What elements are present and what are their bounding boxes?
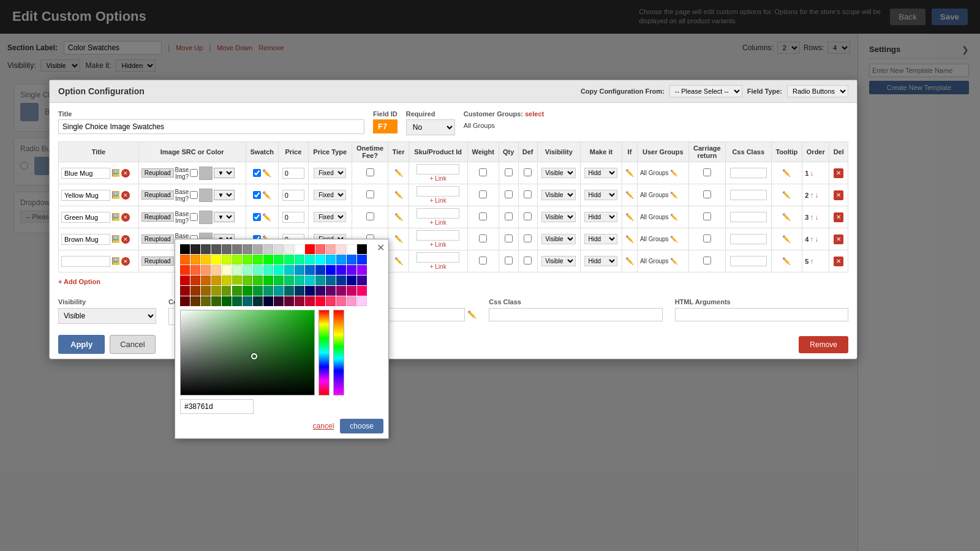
delete-row-button[interactable]: ✕: [834, 190, 843, 200]
color-cell[interactable]: [222, 265, 232, 275]
color-cell[interactable]: [222, 255, 232, 264]
user-groups-edit-icon[interactable]: ✏️: [670, 214, 677, 220]
title-remove-icon[interactable]: ✕: [121, 213, 130, 222]
color-cell[interactable]: [232, 296, 242, 306]
swatch-checkbox[interactable]: [253, 169, 261, 177]
color-cell[interactable]: [347, 255, 356, 264]
img-type-select[interactable]: ▼: [214, 212, 235, 222]
qty-checkbox[interactable]: [505, 190, 513, 198]
row-visibility-select[interactable]: VisibleHidden: [541, 168, 576, 178]
color-cell[interactable]: [190, 244, 200, 254]
color-cell[interactable]: [284, 265, 294, 275]
color-cell[interactable]: [284, 286, 294, 296]
sku-link[interactable]: + Link: [430, 197, 447, 204]
delete-row-button[interactable]: ✕: [834, 168, 843, 178]
weight-checkbox[interactable]: [479, 234, 487, 242]
color-cell[interactable]: [201, 265, 211, 275]
color-gradient-box[interactable]: [180, 310, 315, 395]
weight-checkbox[interactable]: [479, 257, 487, 264]
swatch-edit-icon[interactable]: ✏️: [262, 213, 271, 222]
qty-checkbox[interactable]: [505, 168, 513, 176]
title-edit-icon[interactable]: 🖼️: [111, 191, 120, 199]
color-cell[interactable]: [315, 276, 325, 285]
user-groups-edit-icon[interactable]: ✏️: [670, 192, 677, 198]
sku-link[interactable]: + Link: [430, 263, 447, 270]
color-cell[interactable]: [274, 244, 284, 254]
copy-from-select[interactable]: -- Please Select --: [669, 85, 742, 97]
if-edit-icon[interactable]: ✏️: [625, 191, 634, 198]
color-cell[interactable]: [357, 244, 367, 254]
color-cell[interactable]: [180, 255, 190, 264]
color-picker-cancel-button[interactable]: cancel: [313, 419, 334, 433]
color-cell[interactable]: [347, 286, 356, 296]
weight-checkbox[interactable]: [479, 212, 487, 220]
price-type-select[interactable]: Fixed%: [314, 168, 346, 178]
row-visibility-select[interactable]: VisibleHidden: [541, 212, 576, 222]
def-checkbox[interactable]: [524, 212, 532, 220]
row-visibility-select[interactable]: VisibleHidden: [541, 234, 576, 244]
order-up-button[interactable]: ↑: [810, 191, 813, 200]
color-cell[interactable]: [211, 255, 221, 264]
color-cell[interactable]: [315, 244, 325, 254]
carriage-return-checkbox[interactable]: [703, 212, 711, 220]
onetime-fee-checkbox[interactable]: [366, 212, 374, 220]
css-class-row-input[interactable]: [730, 234, 767, 244]
color-grid[interactable]: [180, 244, 383, 306]
title-remove-icon[interactable]: ✕: [121, 257, 130, 266]
color-cell[interactable]: [201, 296, 211, 306]
color-cell[interactable]: [295, 265, 304, 275]
color-cell[interactable]: [326, 296, 336, 306]
color-cell[interactable]: [243, 276, 252, 285]
color-cell[interactable]: [263, 265, 273, 275]
if-edit-icon[interactable]: ✏️: [625, 235, 634, 242]
title-edit-icon[interactable]: 🖼️: [111, 169, 120, 177]
user-groups-edit-icon[interactable]: ✏️: [670, 170, 677, 176]
color-cell[interactable]: [315, 286, 325, 296]
color-cell[interactable]: [180, 265, 190, 275]
css-class-row-input[interactable]: [730, 190, 767, 200]
color-cell[interactable]: [243, 244, 252, 254]
color-cell[interactable]: [222, 296, 232, 306]
color-cell[interactable]: [211, 276, 221, 285]
color-cell[interactable]: [357, 276, 367, 285]
color-cell[interactable]: [295, 286, 304, 296]
color-cell[interactable]: [295, 276, 304, 285]
color-cell[interactable]: [190, 276, 200, 285]
color-cell[interactable]: [211, 244, 221, 254]
row-title-input[interactable]: [61, 190, 110, 201]
color-cell[interactable]: [326, 286, 336, 296]
css-class-input[interactable]: [489, 308, 662, 321]
tooltip-row-edit-icon[interactable]: ✏️: [782, 213, 791, 220]
sku-link[interactable]: + Link: [430, 241, 447, 248]
title-edit-icon[interactable]: 🖼️: [111, 213, 120, 221]
opacity-strip[interactable]: [333, 310, 344, 395]
if-edit-icon[interactable]: ✏️: [625, 257, 634, 264]
remove-button[interactable]: Remove: [799, 336, 848, 353]
color-cell[interactable]: [336, 265, 346, 275]
img-type-select[interactable]: ▼: [214, 168, 235, 178]
sku-input[interactable]: [417, 164, 459, 174]
swatch-edit-icon[interactable]: ✏️: [262, 169, 271, 178]
row-title-input[interactable]: [61, 212, 110, 223]
tooltip-row-edit-icon[interactable]: ✏️: [782, 169, 791, 176]
color-cell[interactable]: [326, 276, 336, 285]
color-cell[interactable]: [180, 296, 190, 306]
order-down-button[interactable]: ↓: [810, 169, 813, 178]
color-cell[interactable]: [180, 244, 190, 254]
price-input[interactable]: [282, 190, 304, 201]
color-cell[interactable]: [315, 296, 325, 306]
tier-edit-icon[interactable]: ✏️: [394, 257, 403, 264]
color-cell[interactable]: [326, 244, 336, 254]
qty-checkbox[interactable]: [505, 212, 513, 220]
color-cell[interactable]: [243, 265, 252, 275]
def-checkbox[interactable]: [524, 234, 532, 242]
color-cell[interactable]: [336, 276, 346, 285]
color-cell[interactable]: [190, 265, 200, 275]
title-remove-icon[interactable]: ✕: [121, 235, 130, 244]
row-title-input[interactable]: [61, 168, 110, 179]
color-cell[interactable]: [357, 286, 367, 296]
apply-button[interactable]: Apply: [58, 335, 105, 354]
required-select[interactable]: NoYes: [406, 119, 455, 135]
color-cell[interactable]: [336, 296, 346, 306]
onetime-fee-checkbox[interactable]: [366, 190, 374, 198]
